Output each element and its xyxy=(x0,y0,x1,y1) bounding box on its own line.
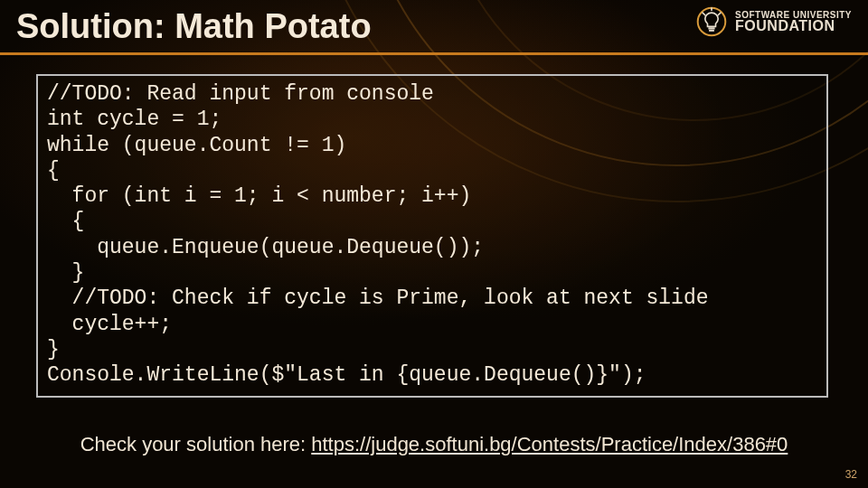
logo-line-2: FOUNDATION xyxy=(735,19,852,33)
code-line: queue.Enqueue(queue.Dequeue()); xyxy=(47,236,484,259)
caption: Check your solution here: https://judge.… xyxy=(0,433,868,456)
page-number: 32 xyxy=(845,468,857,481)
code-line: //TODO: Check if cycle is Prime, look at… xyxy=(47,286,709,310)
code-line: } xyxy=(47,261,84,285)
code-line: cycle++; xyxy=(47,313,172,336)
svg-rect-1 xyxy=(708,27,714,29)
code-content: //TODO: Read input from console int cycl… xyxy=(47,81,817,388)
slide-title: Solution: Math Potato xyxy=(16,7,372,46)
code-line: } xyxy=(47,338,60,361)
code-line: //TODO: Read input from console xyxy=(47,82,434,106)
code-line: while (queue.Count != 1) xyxy=(47,134,346,157)
slide: Solution: Math Potato SOFTWARE UNIVERSIT… xyxy=(0,0,868,488)
code-line: Console.WriteLine($"Last in {queue.Deque… xyxy=(47,363,646,387)
lightbulb-icon xyxy=(695,5,728,38)
code-line: int cycle = 1; xyxy=(47,108,222,131)
title-underline xyxy=(0,52,868,55)
code-line: for (int i = 1; i < number; i++) xyxy=(47,184,471,208)
svg-rect-2 xyxy=(709,30,714,32)
code-line: { xyxy=(47,159,60,183)
caption-prefix: Check your solution here: xyxy=(80,433,312,455)
code-line: { xyxy=(47,210,84,233)
solution-link[interactable]: https://judge.softuni.bg/Contests/Practi… xyxy=(311,433,788,455)
logo-text: SOFTWARE UNIVERSITY FOUNDATION xyxy=(735,11,852,33)
code-box: //TODO: Read input from console int cycl… xyxy=(36,74,828,398)
logo: SOFTWARE UNIVERSITY FOUNDATION xyxy=(695,5,852,38)
